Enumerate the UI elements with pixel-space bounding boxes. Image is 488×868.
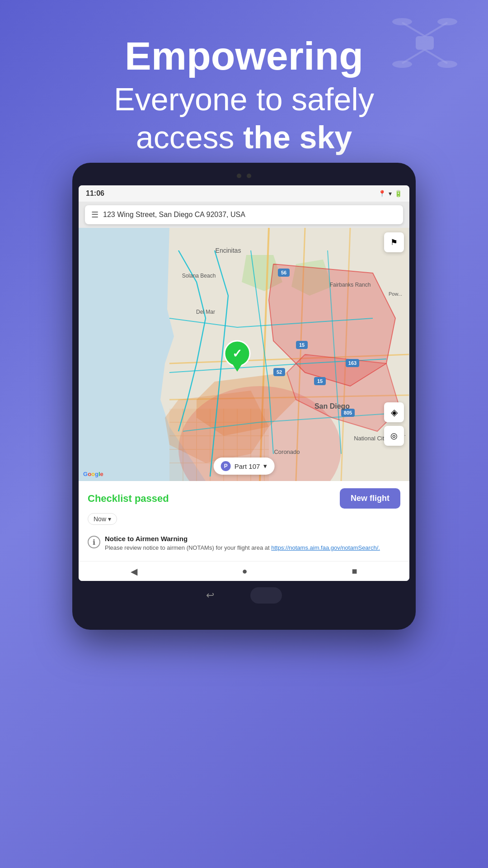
google-label: Google <box>83 471 103 477</box>
info-icon: ⚑ <box>390 237 398 247</box>
warning-content: Notice to Airmen Warning Please review n… <box>105 535 380 552</box>
svg-point-5 <box>392 18 412 25</box>
svg-text:52: 52 <box>277 369 282 375</box>
location-icon: 📍 <box>378 190 386 197</box>
map-info-button[interactable]: ⚑ <box>384 232 404 252</box>
hero-line1: Empowering <box>27 36 461 76</box>
warning-link[interactable]: https://notams.aim.faa.gov/notamSearch/. <box>271 544 380 551</box>
now-label: Now <box>94 515 106 523</box>
recent-apps-button[interactable]: ■ <box>352 566 357 576</box>
bottom-panel: Checklist passed New flight Now ▾ ℹ Noti… <box>79 481 409 561</box>
wifi-icon: ▾ <box>389 190 392 197</box>
svg-text:Pow...: Pow... <box>389 291 402 297</box>
warning-row: ℹ Notice to Airmen Warning Please review… <box>88 530 400 557</box>
tablet-camera <box>79 171 409 181</box>
svg-text:National City: National City <box>354 435 387 442</box>
tablet-device: 11:06 📍 ▾ 🔋 ☰ 123 Wing Street, San Diego… <box>72 163 416 630</box>
menu-icon[interactable]: ☰ <box>91 210 99 220</box>
part107-icon: P <box>221 461 231 471</box>
part107-label: Part 107 <box>235 462 260 470</box>
warning-desc: Please review notice to airmen (NOTAMs) … <box>105 544 380 552</box>
map-location-button[interactable]: ◎ <box>384 426 404 446</box>
layers-icon: ◈ <box>391 407 398 418</box>
tablet-back-button[interactable]: ↩ <box>206 590 214 601</box>
svg-point-6 <box>437 18 457 25</box>
warning-icon: ℹ <box>88 536 100 548</box>
svg-text:15: 15 <box>299 342 305 348</box>
map-svg: 15 15 52 805 56 163 Encinitas Solana Bea… <box>79 228 409 481</box>
battery-icon: 🔋 <box>394 190 402 197</box>
camera-dot-right <box>247 174 251 178</box>
tablet-outer: 11:06 📍 ▾ 🔋 ☰ 123 Wing Street, San Diego… <box>72 163 416 630</box>
svg-text:15: 15 <box>317 378 323 384</box>
part107-pill[interactable]: P Part 107 ▾ <box>214 458 275 475</box>
hero-text: Empowering Everyone to safely access the… <box>0 36 488 156</box>
part107-dropdown-icon: ▾ <box>263 462 267 470</box>
status-bar: 11:06 📍 ▾ 🔋 <box>79 185 409 202</box>
svg-text:Encinitas: Encinitas <box>216 247 241 254</box>
svg-text:163: 163 <box>348 360 357 366</box>
map-layers-button[interactable]: ◈ <box>384 402 404 422</box>
new-flight-button[interactable]: New flight <box>340 488 400 509</box>
nav-bar: ◀ ● ■ <box>79 561 409 581</box>
svg-text:56: 56 <box>281 270 286 275</box>
svg-text:✓: ✓ <box>232 347 242 360</box>
now-dropdown[interactable]: Now ▾ <box>88 513 117 525</box>
location-icon: ◎ <box>390 431 398 441</box>
svg-text:Solana Beach: Solana Beach <box>182 273 216 279</box>
svg-text:San Diego: San Diego <box>314 402 350 410</box>
back-button[interactable]: ◀ <box>131 566 137 577</box>
svg-text:Coronado: Coronado <box>274 448 300 455</box>
status-time: 11:06 <box>86 189 104 198</box>
home-button[interactable]: ● <box>242 566 247 576</box>
svg-text:805: 805 <box>344 410 352 415</box>
checklist-row: Checklist passed New flight <box>88 488 400 509</box>
camera-dot-left <box>237 174 241 178</box>
tablet-screen: 11:06 📍 ▾ 🔋 ☰ 123 Wing Street, San Diego… <box>79 185 409 581</box>
hero-line2: Everyone to safely access the sky <box>27 80 461 156</box>
address-text: 123 Wing Street, San Diego CA 92037, USA <box>103 211 245 219</box>
map-area[interactable]: 15 15 52 805 56 163 Encinitas Solana Bea… <box>79 228 409 481</box>
status-icons: 📍 ▾ 🔋 <box>378 190 402 197</box>
warning-title: Notice to Airmen Warning <box>105 535 380 542</box>
home-button-area: ↩ <box>79 581 409 607</box>
checklist-status: Checklist passed <box>88 493 169 505</box>
search-bar[interactable]: ☰ 123 Wing Street, San Diego CA 92037, U… <box>85 205 403 224</box>
svg-text:Del Mar: Del Mar <box>196 309 215 315</box>
now-dropdown-icon: ▾ <box>108 515 111 523</box>
svg-text:Fairbanks Ranch: Fairbanks Ranch <box>330 282 371 288</box>
tablet-home-button[interactable] <box>250 587 282 604</box>
